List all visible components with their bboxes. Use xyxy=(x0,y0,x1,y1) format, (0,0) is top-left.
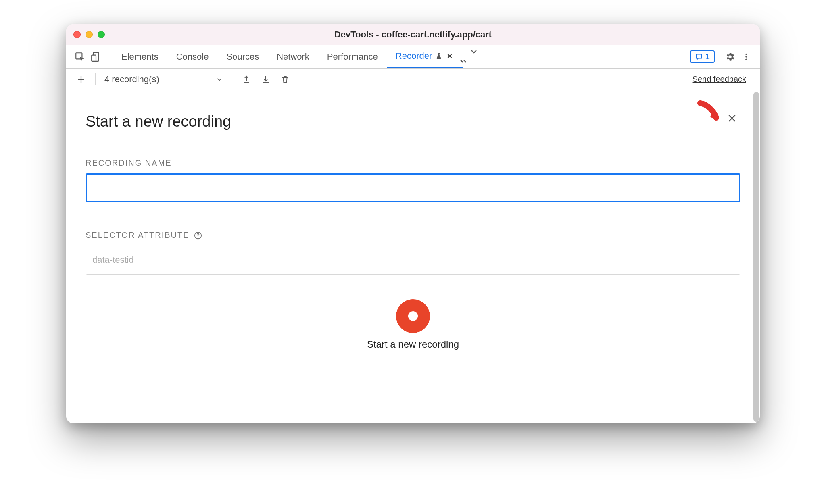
tab-label: Console xyxy=(176,52,209,62)
start-recording-label: Start a new recording xyxy=(367,339,459,350)
titlebar: DevTools - coffee-cart.netlify.app/cart xyxy=(66,24,760,45)
record-icon xyxy=(408,311,418,321)
tab-label: Network xyxy=(277,52,309,62)
overflow-tabs-icon[interactable] xyxy=(463,47,485,67)
divider xyxy=(108,51,108,63)
svg-rect-2 xyxy=(92,55,96,61)
annotation-arrow-icon xyxy=(695,98,724,127)
kebab-menu-icon[interactable] xyxy=(738,49,754,65)
svg-point-3 xyxy=(745,53,747,55)
start-recording-area: Start a new recording xyxy=(66,287,760,350)
recorder-content: Start a new recording RECORDING NAME SEL… xyxy=(66,90,760,423)
recording-name-label: RECORDING NAME xyxy=(86,158,740,168)
tab-label: Elements xyxy=(121,52,159,62)
start-recording-button[interactable] xyxy=(396,299,430,333)
chat-icon xyxy=(695,53,703,61)
devtools-window: DevTools - coffee-cart.netlify.app/cart … xyxy=(66,24,760,423)
inspect-element-icon[interactable] xyxy=(72,49,88,65)
device-toolbar-icon[interactable] xyxy=(88,49,104,65)
window-title: DevTools - coffee-cart.netlify.app/cart xyxy=(66,29,760,40)
tab-network[interactable]: Network xyxy=(268,45,318,68)
issues-badge[interactable]: 1 xyxy=(690,50,715,63)
selector-attribute-label: SELECTOR ATTRIBUTE xyxy=(86,231,740,240)
devtools-tabstrip: Elements Console Sources Network Perform… xyxy=(66,45,760,69)
tab-performance[interactable]: Performance xyxy=(318,45,387,68)
export-icon[interactable] xyxy=(238,71,255,88)
tab-label: Sources xyxy=(226,52,259,62)
selector-attribute-input[interactable] xyxy=(86,246,740,275)
tab-sources[interactable]: Sources xyxy=(217,45,268,68)
help-icon[interactable] xyxy=(194,231,202,240)
tab-recorder[interactable]: Recorder xyxy=(387,45,463,68)
tab-label: Performance xyxy=(327,52,378,62)
svg-point-4 xyxy=(745,56,747,58)
recorder-toolbar: 4 recording(s) Send feedback xyxy=(66,69,760,90)
settings-icon[interactable] xyxy=(722,49,738,65)
divider xyxy=(95,73,96,85)
flask-icon xyxy=(435,52,442,60)
tab-console[interactable]: Console xyxy=(167,45,218,68)
new-recording-icon[interactable] xyxy=(73,71,90,88)
chevron-down-icon xyxy=(216,76,223,83)
recording-name-input[interactable] xyxy=(86,173,740,202)
recordings-dropdown[interactable]: 4 recording(s) xyxy=(101,74,226,85)
import-icon[interactable] xyxy=(257,71,274,88)
svg-point-5 xyxy=(745,58,747,60)
send-feedback-link[interactable]: Send feedback xyxy=(693,75,753,84)
issues-count: 1 xyxy=(705,52,710,61)
recording-name-field: RECORDING NAME xyxy=(86,158,740,202)
label-text: SELECTOR ATTRIBUTE xyxy=(86,231,190,240)
close-tab-icon[interactable] xyxy=(446,52,454,60)
dropdown-label: 4 recording(s) xyxy=(104,74,159,85)
divider xyxy=(232,73,232,85)
tab-label: Recorder xyxy=(396,51,432,61)
tab-elements[interactable]: Elements xyxy=(113,45,167,68)
page-title: Start a new recording xyxy=(86,113,740,130)
delete-icon[interactable] xyxy=(277,71,294,88)
selector-attribute-field: SELECTOR ATTRIBUTE xyxy=(86,231,740,275)
close-panel-icon[interactable] xyxy=(727,113,737,123)
